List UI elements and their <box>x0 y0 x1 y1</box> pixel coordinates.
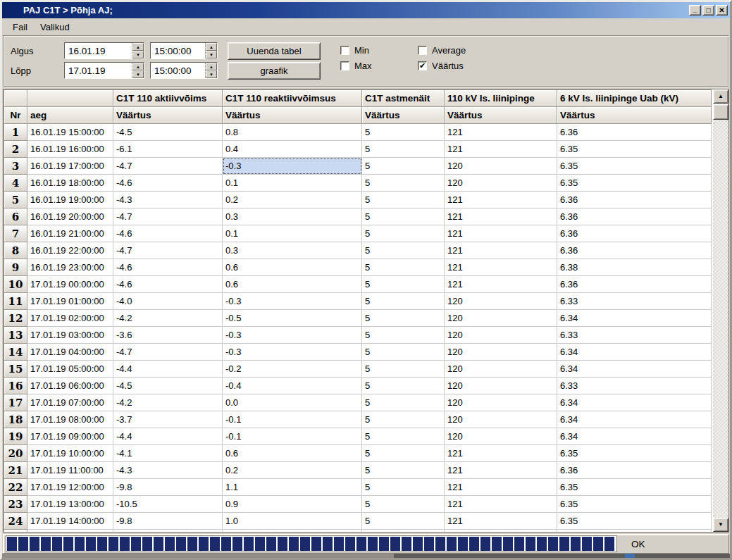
cell-value[interactable]: 5 <box>362 479 445 496</box>
cell-aeg[interactable]: 16.01.19 16:00:00 <box>27 141 113 158</box>
titlebar[interactable]: PAJ C1T > Põhja AJ; _ □ ✕ <box>2 2 730 18</box>
cell-value[interactable]: 6.36 <box>557 124 712 141</box>
cell-value[interactable]: -0.4 <box>223 378 362 394</box>
update-table-button[interactable]: Uuenda tabel <box>228 42 321 60</box>
checkbox-box[interactable]: ✔ <box>418 61 427 70</box>
cell-value[interactable]: 6.35 <box>557 496 712 513</box>
cell-value[interactable]: 0.6 <box>223 445 362 462</box>
row-number-cell[interactable]: 12 <box>4 310 27 327</box>
cell-value[interactable]: -4.6 <box>113 175 223 192</box>
cell-value[interactable]: 121 <box>445 496 557 513</box>
cell-value[interactable]: 0.0 <box>223 394 362 411</box>
cell-value[interactable]: -4.2 <box>113 310 223 327</box>
cell-aeg[interactable]: 17.01.19 02:00:00 <box>27 310 113 327</box>
cell-value[interactable]: 120 <box>445 378 557 394</box>
row-number-cell[interactable]: 3 <box>4 158 27 175</box>
cell-value[interactable]: 6.35 <box>557 175 712 192</box>
cell-aeg[interactable]: 17.01.19 09:00:00 <box>27 428 113 445</box>
cell-aeg[interactable]: 16.01.19 22:00:00 <box>27 242 113 259</box>
group-header-astmenait[interactable]: C1T astmenäit <box>362 90 445 107</box>
cell-value[interactable]: 5 <box>362 124 445 141</box>
group-header-6kv-liinipinge[interactable]: 6 kV Is. liinipinge Uab (kV) <box>557 90 712 107</box>
cell-value[interactable]: 6.36 <box>557 209 712 225</box>
cell-value[interactable]: 1.0 <box>223 513 362 530</box>
scrollbar-thumb[interactable] <box>713 104 728 120</box>
cell-value[interactable]: -4.7 <box>113 209 223 225</box>
cell-value[interactable]: -3.6 <box>113 327 223 344</box>
cell-aeg[interactable]: 16.01.19 21:00:00 <box>27 225 113 242</box>
cell-value[interactable]: -4.6 <box>113 225 223 242</box>
scroll-down-button[interactable]: ▼ <box>713 518 728 532</box>
cell-value[interactable]: 5 <box>362 394 445 411</box>
cell-value[interactable]: 6.34 <box>557 361 712 378</box>
spin-up-icon[interactable]: ▲ <box>132 43 144 51</box>
row-number-cell[interactable]: 10 <box>4 276 27 293</box>
row-number-cell[interactable]: 6 <box>4 209 27 225</box>
cell-aeg[interactable]: 17.01.19 06:00:00 <box>27 378 113 394</box>
cell-value[interactable]: 0.1 <box>223 175 362 192</box>
cell-value[interactable]: 5 <box>362 276 445 293</box>
cell-aeg[interactable]: 16.01.19 18:00:00 <box>27 175 113 192</box>
minimize-button[interactable]: _ <box>689 5 701 15</box>
cell-aeg[interactable]: 17.01.19 07:00:00 <box>27 394 113 411</box>
cell-value[interactable]: 0.6 <box>223 276 362 293</box>
cell-value[interactable]: 6.36 <box>557 276 712 293</box>
cell-value[interactable]: -4.7 <box>113 242 223 259</box>
cell-value[interactable]: 6.34 <box>557 411 712 428</box>
row-number-cell[interactable]: 20 <box>4 445 27 462</box>
cell-value[interactable]: 6.36 <box>557 192 712 209</box>
spin-down-icon[interactable]: ▼ <box>132 51 144 58</box>
column-header-nr[interactable]: Nr <box>4 107 27 124</box>
cell-value[interactable]: -3.7 <box>113 411 223 428</box>
cell-value[interactable]: 6.34 <box>557 428 712 445</box>
cell-value[interactable]: -0.5 <box>223 310 362 327</box>
cell-value[interactable]: 120 <box>445 344 557 361</box>
row-number-cell[interactable]: 18 <box>4 411 27 428</box>
cell-aeg[interactable]: 17.01.19 11:00:00 <box>27 462 113 479</box>
algus-time-input[interactable] <box>151 43 205 58</box>
cell-value[interactable]: 0.2 <box>223 192 362 209</box>
lopp-time-input[interactable] <box>151 63 205 78</box>
row-number-cell[interactable]: 9 <box>4 259 27 276</box>
graph-button[interactable]: graafik <box>228 62 321 80</box>
cell-value[interactable]: 5 <box>362 141 445 158</box>
spin-down-icon[interactable]: ▼ <box>132 70 144 78</box>
cell-value[interactable]: 5 <box>362 209 445 225</box>
cell-value[interactable]: -9.8 <box>113 479 223 496</box>
cell-value[interactable]: 121 <box>445 259 557 276</box>
column-header-vaartus[interactable]: Väärtus <box>113 107 223 124</box>
cell-value[interactable]: 6.35 <box>557 141 712 158</box>
cell-value[interactable]: 120 <box>445 394 557 411</box>
cell-value[interactable]: 121 <box>445 124 557 141</box>
cell-aeg[interactable]: 16.01.19 15:00:00 <box>27 124 113 141</box>
cell-value[interactable]: -10.5 <box>113 496 223 513</box>
row-number-cell[interactable]: 1 <box>4 124 27 141</box>
cell-value[interactable]: 5 <box>362 411 445 428</box>
cell-value[interactable]: -4.3 <box>113 192 223 209</box>
cell-value[interactable]: 121 <box>445 445 557 462</box>
cell-aeg[interactable]: 17.01.19 00:00:00 <box>27 276 113 293</box>
spin-down-icon[interactable]: ▼ <box>206 51 217 58</box>
cell-value[interactable]: -4.4 <box>113 428 223 445</box>
cell-value[interactable]: -4.3 <box>113 462 223 479</box>
column-header-vaartus[interactable]: Väärtus <box>362 107 445 124</box>
cell-value[interactable]: 5 <box>362 192 445 209</box>
cell-value[interactable]: 121 <box>445 479 557 496</box>
cell-value[interactable]: 5 <box>362 496 445 513</box>
row-number-cell[interactable]: 16 <box>4 378 27 394</box>
cell-value[interactable]: 5 <box>362 310 445 327</box>
cell-value[interactable]: 6.35 <box>557 445 712 462</box>
selected-cell[interactable]: -0.3 <box>223 158 362 175</box>
cell-value[interactable]: -4.2 <box>113 394 223 411</box>
row-number-cell[interactable]: 17 <box>4 394 27 411</box>
cell-value[interactable]: -4.0 <box>113 293 223 310</box>
cell-value[interactable]: 5 <box>362 445 445 462</box>
column-header-vaartus[interactable]: Väärtus <box>223 107 362 124</box>
cell-value[interactable]: 121 <box>445 276 557 293</box>
cell-value[interactable]: 5 <box>362 462 445 479</box>
checkbox-min[interactable]: Min <box>340 45 369 56</box>
cell-value[interactable]: 6.36 <box>557 225 712 242</box>
cell-value[interactable]: 5 <box>362 327 445 344</box>
cell-value[interactable]: 6.35 <box>557 513 712 530</box>
cell-value[interactable]: 6.34 <box>557 344 712 361</box>
